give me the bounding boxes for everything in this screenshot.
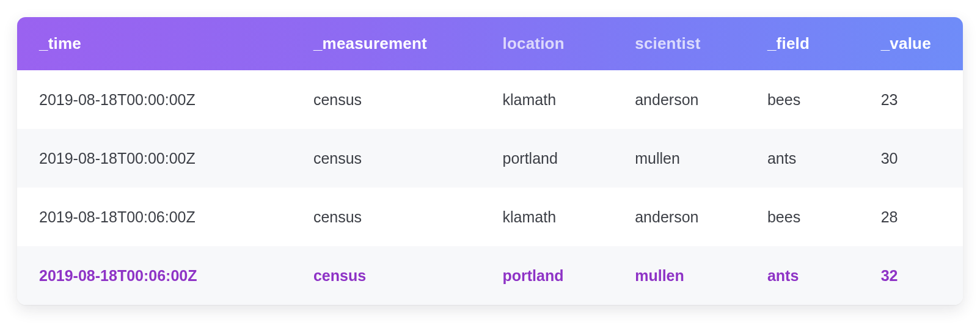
cell-field: ants	[745, 246, 859, 305]
col-header-time: _time	[17, 17, 291, 70]
cell-time: 2019-08-18T00:06:00Z	[17, 188, 291, 246]
cell-time: 2019-08-18T00:00:00Z	[17, 70, 291, 129]
cell-location: klamath	[481, 70, 613, 129]
cell-time: 2019-08-18T00:06:00Z	[17, 246, 291, 305]
col-header-field: _field	[745, 17, 859, 70]
cell-location: klamath	[481, 188, 613, 246]
cell-value: 28	[859, 188, 963, 246]
cell-measurement: census	[291, 246, 481, 305]
cell-field: bees	[745, 70, 859, 129]
cell-scientist: anderson	[613, 188, 745, 246]
cell-time: 2019-08-18T00:00:00Z	[17, 129, 291, 188]
col-header-measurement: _measurement	[291, 17, 481, 70]
cell-scientist: mullen	[613, 129, 745, 188]
cell-location: portland	[481, 129, 613, 188]
data-table-card: _time _measurement location scientist _f…	[17, 17, 963, 305]
table-row: 2019-08-18T00:00:00Z census klamath ande…	[17, 70, 963, 129]
cell-value: 30	[859, 129, 963, 188]
col-header-value: _value	[859, 17, 963, 70]
cell-location: portland	[481, 246, 613, 305]
table-row: 2019-08-18T00:06:00Z census portland mul…	[17, 246, 963, 305]
cell-value: 23	[859, 70, 963, 129]
table-row: 2019-08-18T00:00:00Z census portland mul…	[17, 129, 963, 188]
col-header-location: location	[481, 17, 613, 70]
cell-field: ants	[745, 129, 859, 188]
cell-field: bees	[745, 188, 859, 246]
cell-scientist: anderson	[613, 70, 745, 129]
cell-scientist: mullen	[613, 246, 745, 305]
table-body: 2019-08-18T00:00:00Z census klamath ande…	[17, 70, 963, 305]
table-header: _time _measurement location scientist _f…	[17, 17, 963, 70]
cell-measurement: census	[291, 188, 481, 246]
col-header-scientist: scientist	[613, 17, 745, 70]
data-table: _time _measurement location scientist _f…	[17, 17, 963, 305]
cell-value: 32	[859, 246, 963, 305]
cell-measurement: census	[291, 70, 481, 129]
table-row: 2019-08-18T00:06:00Z census klamath ande…	[17, 188, 963, 246]
cell-measurement: census	[291, 129, 481, 188]
